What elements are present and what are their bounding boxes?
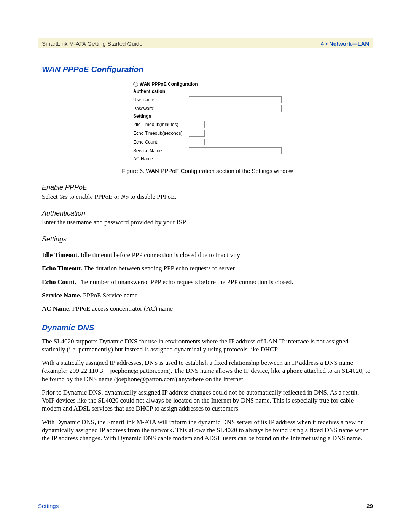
ddns-p2: With a statically assigned IP addresses,… xyxy=(42,359,373,383)
service-name-text: Service Name. PPPoE Service name xyxy=(42,291,373,299)
figure-caption: Figure 6. WAN PPPoE Configuration sectio… xyxy=(42,168,373,175)
page-header: SmartLink M-ATA Getting Started Guide 4 … xyxy=(38,38,373,48)
radio-icon[interactable] xyxy=(133,82,138,87)
settings-header: Settings xyxy=(133,113,282,119)
echo-count-label: Echo Count: xyxy=(133,139,186,145)
subheading-settings: Settings xyxy=(42,235,373,244)
echo-timeout-label: Echo Timeout:(seconds) xyxy=(133,131,186,136)
username-label: Username: xyxy=(133,97,186,103)
doc-title: SmartLink M-ATA Getting Started Guide xyxy=(42,40,143,47)
ddns-p4: With Dynamic DNS, the SmartLink M-ATA wi… xyxy=(42,418,373,443)
echo-count-text: Echo Count. The number of unanswered PPP… xyxy=(42,278,373,286)
definition: The number of unanswered PPP echo reques… xyxy=(76,278,293,286)
subheading-authentication: Authentication xyxy=(42,209,373,218)
definition: PPPoE Service name xyxy=(81,292,138,299)
page-content: WAN PPPoE Configuration WAN PPPoE Config… xyxy=(42,59,373,447)
term: Echo Count. xyxy=(42,278,76,286)
text-no: No xyxy=(121,193,129,200)
echo-count-input[interactable] xyxy=(189,139,205,145)
text-fragment: Select xyxy=(42,193,59,200)
section-heading-wan-pppoe: WAN PPPoE Configuration xyxy=(42,64,373,74)
footer-section: Settings xyxy=(38,503,59,509)
term: AC Name. xyxy=(42,305,71,312)
auth-header: Authentication xyxy=(133,89,282,94)
password-label: Password: xyxy=(133,106,186,112)
panel-title: WAN PPPoE Configuration xyxy=(140,81,198,87)
service-name-input[interactable] xyxy=(189,147,282,154)
term: Echo Timeout. xyxy=(42,265,82,272)
definition: PPPoE access concentrator (AC) name xyxy=(71,305,173,312)
ac-name-label: AC Name: xyxy=(133,156,186,162)
ddns-p3: Prior to Dynamic DNS, dynamically assign… xyxy=(42,388,373,413)
page-number: 29 xyxy=(366,503,373,509)
definition: Idle timeout before PPP connection is cl… xyxy=(79,251,240,259)
pppoe-config-panel: WAN PPPoE Configuration Authentication U… xyxy=(131,79,284,165)
section-heading-dynamic-dns: Dynamic DNS xyxy=(42,323,373,332)
idle-timeout-input[interactable] xyxy=(189,121,205,128)
page: SmartLink M-ATA Getting Started Guide 4 … xyxy=(0,0,411,532)
echo-timeout-input[interactable] xyxy=(189,130,205,137)
idle-timeout-text: Idle Timeout. Idle timeout before PPP co… xyxy=(42,251,373,259)
authentication-text: Enter the username and password provided… xyxy=(42,218,373,226)
echo-timeout-text: Echo Timeout. The duration between sendi… xyxy=(42,264,373,272)
definition: The duration between sending PPP echo re… xyxy=(82,265,236,272)
ac-name-text: AC Name. PPPoE access concentrator (AC) … xyxy=(42,305,373,313)
idle-timeout-label: Idle Timeout:(minutes) xyxy=(133,122,186,128)
figure-6: WAN PPPoE Configuration Authentication U… xyxy=(42,79,373,175)
chapter-title: 4 • Network—LAN xyxy=(321,40,369,47)
term: Service Name. xyxy=(42,292,81,299)
subheading-enable-pppoe: Enable PPPoE xyxy=(42,183,373,192)
text-fragment: to disable PPPoE. xyxy=(129,193,177,200)
text-yes: Yes xyxy=(59,193,68,200)
enable-pppoe-text: Select Yes to enable PPPoE or No to disa… xyxy=(42,193,373,201)
ddns-p1: The SL4020 supports Dynamic DNS for use … xyxy=(42,337,373,354)
username-input[interactable] xyxy=(189,96,282,103)
service-name-label: Service Name: xyxy=(133,148,186,154)
term: Idle Timeout. xyxy=(42,251,79,259)
password-input[interactable] xyxy=(189,105,282,112)
text-fragment: to enable PPPoE or xyxy=(68,193,121,200)
page-footer: Settings 29 xyxy=(38,503,373,509)
